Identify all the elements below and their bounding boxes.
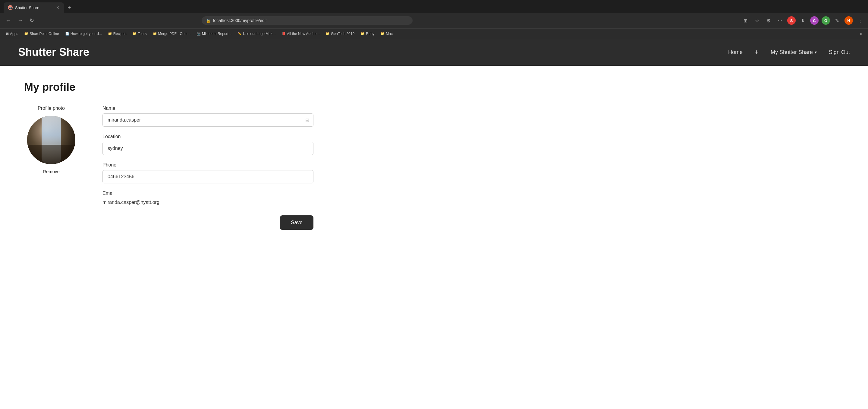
bookmark-sharepoint-label: SharePoint Online <box>30 32 59 36</box>
forward-button[interactable]: → <box>16 16 25 25</box>
apps-icon: ⊞ <box>6 32 9 36</box>
camera-icon: 📷 <box>196 32 201 36</box>
profile-photo[interactable] <box>27 116 75 164</box>
bookmark-tours[interactable]: 📁 Tours <box>130 31 149 37</box>
bookmark-gentech[interactable]: 📁 GenTech 2019 <box>323 31 357 37</box>
profile-photo-image <box>27 116 75 164</box>
bookmark-merge-label: Merge PDF - Com... <box>158 32 190 36</box>
my-shutter-share-label: My Shutter Share <box>771 49 813 56</box>
save-button[interactable]: Save <box>280 215 313 230</box>
bookmark-howto[interactable]: 📄 How to get your d... <box>63 31 104 37</box>
app-nav: Home + My Shutter Share ▾ Sign Out <box>728 48 850 56</box>
bookmark-mac-label: Mac <box>386 32 393 36</box>
new-tab-button[interactable]: + <box>66 3 72 12</box>
url-display: localhost:3000/myprofile/edit <box>213 18 408 23</box>
home-link[interactable]: Home <box>728 49 743 56</box>
lock-icon: 🔒 <box>206 19 211 23</box>
email-field-group: Email miranda.casper@hyatt.org <box>102 191 313 206</box>
phone-input[interactable] <box>102 170 313 183</box>
location-input[interactable] <box>102 142 313 155</box>
bookmark-adobe-label: All the New Adobe... <box>287 32 319 36</box>
tab-favicon: 📷 <box>8 5 13 10</box>
profile-h[interactable]: H <box>844 16 853 25</box>
form-fields: Name ⊟ Location Phone Email miranda.casp… <box>102 106 313 230</box>
bookmark-adobe[interactable]: 📕 All the New Adobe... <box>279 31 322 37</box>
my-shutter-share-dropdown[interactable]: My Shutter Share ▾ <box>771 49 817 56</box>
name-field-group: Name ⊟ <box>102 106 313 127</box>
profile-form: Profile photo Remove Name ⊟ Location Ph <box>24 106 844 230</box>
folder4-icon: 📁 <box>153 32 157 36</box>
bookmark-howto-label: How to get your d... <box>70 32 102 36</box>
tab-close-icon[interactable]: ✕ <box>56 5 60 10</box>
pencil-icon: ✏️ <box>238 32 242 36</box>
nav-bar: ← → ↻ 🔒 localhost:3000/myprofile/edit ⊞ … <box>0 13 868 28</box>
app-header: Shutter Share Home + My Shutter Share ▾ … <box>0 39 868 66</box>
edit-icon[interactable]: ✎ <box>833 16 841 25</box>
bookmark-misheeta-label: Misheeta Report... <box>202 32 231 36</box>
dropdown-arrow-icon: ▾ <box>815 50 817 55</box>
phone-label: Phone <box>102 162 313 168</box>
tab-bar: 📷 Shutter Share ✕ + <box>0 0 868 13</box>
form-actions: Save <box>102 215 313 230</box>
folder7-icon: 📁 <box>380 32 384 36</box>
bookmark-apps[interactable]: ⊞ Apps <box>4 31 21 37</box>
folder-icon: 📁 <box>24 32 28 36</box>
folder3-icon: 📁 <box>132 32 136 36</box>
page-title: My profile <box>24 81 844 93</box>
input-clear-icon[interactable]: ⊟ <box>305 117 309 123</box>
bookmark-ruby-label: Ruby <box>366 32 374 36</box>
menu-icon[interactable]: ⋮ <box>856 16 864 25</box>
name-label: Name <box>102 106 313 111</box>
new-post-button[interactable]: + <box>755 48 758 56</box>
bookmark-gentech-label: GenTech 2019 <box>331 32 354 36</box>
name-input-wrapper: ⊟ <box>102 113 313 127</box>
page-content: My profile Profile photo Remove Name ⊟ L… <box>0 66 868 408</box>
bookmark-sharepoint[interactable]: 📁 SharePoint Online <box>22 31 61 37</box>
location-label: Location <box>102 134 313 139</box>
profile-photo-section: Profile photo Remove <box>24 106 79 230</box>
translate-icon[interactable]: ⊞ <box>741 16 750 25</box>
location-field-group: Location <box>102 134 313 155</box>
profile-g[interactable]: G <box>822 16 830 25</box>
profile-photo-label: Profile photo <box>38 106 65 111</box>
folder2-icon: 📁 <box>108 32 112 36</box>
bookmark-recipes-label: Recipes <box>113 32 126 36</box>
folder5-icon: 📁 <box>326 32 330 36</box>
address-bar[interactable]: 🔒 localhost:3000/myprofile/edit <box>202 16 412 25</box>
profile-s[interactable]: S <box>787 16 796 25</box>
active-tab[interactable]: 📷 Shutter Share ✕ <box>4 2 64 13</box>
folder6-icon: 📁 <box>361 32 365 36</box>
nav-right-icons: ⊞ ☆ ⚙ ··· S ⬇ C G ✎ H ⋮ <box>741 16 864 25</box>
bookmark-recipes[interactable]: 📁 Recipes <box>105 31 129 37</box>
name-input[interactable] <box>102 113 313 127</box>
bookmark-misheeta[interactable]: 📷 Misheeta Report... <box>194 31 234 37</box>
doc-icon: 📄 <box>65 32 69 36</box>
phone-field-group: Phone <box>102 162 313 183</box>
sign-out-link[interactable]: Sign Out <box>829 49 850 56</box>
bookmarks-bar: ⊞ Apps 📁 SharePoint Online 📄 How to get … <box>0 28 868 39</box>
bookmark-logo[interactable]: ✏️ Use our Logo Mak... <box>235 31 278 37</box>
back-button[interactable]: ← <box>4 16 13 25</box>
bookmark-logo-label: Use our Logo Mak... <box>243 32 276 36</box>
bookmark-mac[interactable]: 📁 Mac <box>378 31 395 37</box>
bookmark-icon[interactable]: ☆ <box>753 16 761 25</box>
more-bookmarks-button[interactable]: » <box>858 30 864 37</box>
remove-photo-button[interactable]: Remove <box>43 169 60 174</box>
tab-title: Shutter Share <box>15 5 54 10</box>
reload-button[interactable]: ↻ <box>28 16 36 25</box>
app-logo[interactable]: Shutter Share <box>18 46 89 59</box>
bookmark-tours-label: Tours <box>138 32 147 36</box>
bookmark-ruby[interactable]: 📁 Ruby <box>358 31 377 37</box>
profile-c[interactable]: C <box>810 16 818 25</box>
download-icon[interactable]: ⬇ <box>799 16 807 25</box>
bookmark-apps-label: Apps <box>10 32 18 36</box>
email-value: miranda.casper@hyatt.org <box>102 199 313 206</box>
more-icon[interactable]: ··· <box>776 16 784 25</box>
extensions-icon[interactable]: ⚙ <box>764 16 773 25</box>
bookmark-merge[interactable]: 📁 Merge PDF - Com... <box>150 31 193 37</box>
book-icon: 📕 <box>281 32 286 36</box>
email-label: Email <box>102 191 313 196</box>
